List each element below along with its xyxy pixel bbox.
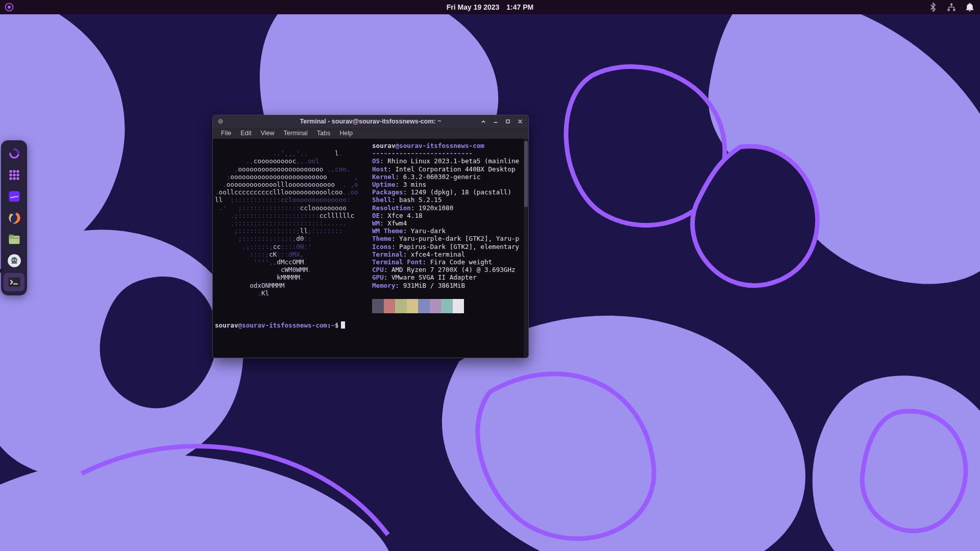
dock-file-manager[interactable] [4, 230, 24, 248]
window-shade-button[interactable] [478, 117, 488, 126]
window-close-button[interactable] [515, 117, 525, 126]
dock-app-octopus[interactable] [4, 252, 24, 270]
panel-date[interactable]: Fri May 19 2023 [447, 3, 500, 11]
svg-point-7 [13, 170, 16, 173]
svg-point-10 [13, 173, 16, 177]
top-panel: Fri May 19 2023 1:47 PM [0, 0, 980, 14]
menu-view[interactable]: View [257, 129, 279, 138]
window-titlebar[interactable]: Terminal - sourav@sourav-itsfossnews-com… [213, 115, 528, 128]
svg-rect-4 [953, 9, 955, 11]
svg-point-13 [13, 177, 16, 180]
menu-tabs[interactable]: Tabs [313, 129, 334, 138]
svg-point-1 [8, 6, 11, 9]
window-app-icon [218, 119, 223, 124]
menu-file[interactable]: File [217, 129, 235, 138]
svg-rect-23 [8, 278, 20, 287]
neofetch-info: sourav@sourav-itsfossnews-com ----------… [372, 142, 519, 313]
dock-terminal[interactable] [4, 273, 24, 291]
terminal-body[interactable]: ..',,,'.. l. .,coooooooooc,..ool ,oooooo… [213, 139, 528, 358]
dock-app-grid[interactable] [4, 166, 24, 184]
svg-point-11 [16, 173, 19, 177]
dock-app-purple[interactable] [4, 187, 24, 206]
svg-point-14 [16, 177, 19, 180]
svg-point-8 [16, 170, 19, 173]
menu-edit[interactable]: Edit [236, 129, 256, 138]
cursor-icon [341, 321, 345, 329]
svg-point-6 [9, 170, 12, 173]
window-maximize-button[interactable] [503, 117, 513, 126]
svg-rect-19 [9, 235, 13, 237]
shell-prompt: sourav@sourav-itsfossnews-com:~$ [215, 321, 527, 329]
distro-logo-icon[interactable] [4, 2, 14, 12]
window-title: Terminal - sourav@sourav-itsfossnews-com… [300, 118, 442, 125]
svg-rect-2 [950, 4, 952, 6]
svg-point-12 [9, 177, 12, 180]
menu-help[interactable]: Help [335, 129, 357, 138]
panel-time[interactable]: 1:47 PM [506, 3, 533, 11]
svg-rect-3 [948, 9, 950, 11]
window-minimize-button[interactable] [491, 117, 501, 126]
scrollbar-thumb[interactable] [524, 141, 528, 207]
dock-app-menu[interactable] [4, 144, 24, 163]
network-icon[interactable] [946, 2, 957, 12]
menu-terminal[interactable]: Terminal [280, 129, 312, 138]
bluetooth-icon[interactable] [928, 2, 938, 12]
dock [1, 140, 27, 295]
svg-rect-24 [506, 120, 509, 123]
dock-firefox[interactable] [4, 209, 24, 227]
svg-rect-17 [9, 236, 19, 244]
terminal-scrollbar[interactable] [524, 139, 528, 358]
svg-point-22 [14, 259, 16, 261]
terminal-window: Terminal - sourav@sourav-itsfossnews-com… [212, 115, 529, 358]
notifications-icon[interactable] [965, 2, 975, 12]
window-menubar: File Edit View Terminal Tabs Help [213, 128, 528, 139]
svg-point-21 [12, 259, 14, 261]
svg-rect-18 [9, 238, 19, 239]
svg-point-9 [9, 173, 12, 177]
